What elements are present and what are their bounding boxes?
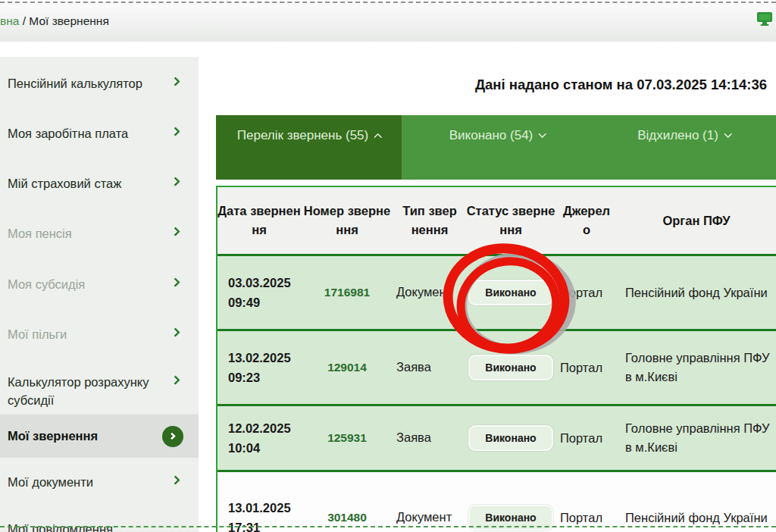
table-row: 13.02.2025 09:23 129014 Заява Виконано П… <box>217 331 776 404</box>
appeal-number-link[interactable]: 1716981 <box>324 286 370 299</box>
time-value: 17:31 <box>228 518 301 532</box>
cell-number: 301480 <box>301 481 393 532</box>
sidebar-item-label: Мій страховий стаж <box>8 175 121 193</box>
tab-label: Відхилено (1) <box>637 128 718 143</box>
appeal-number-link[interactable]: 125931 <box>327 431 367 445</box>
breadcrumb-separator: / <box>23 14 26 27</box>
sidebar-item-my-pension[interactable]: Моя пенсія <box>8 225 179 243</box>
chevron-right-icon <box>171 127 180 136</box>
page: вна / Мої звернення Пенсійний калькулято… <box>0 0 776 532</box>
sidebar-item-my-appeals[interactable]: Мої звернення <box>0 415 199 458</box>
tab-label: Виконано (54) <box>449 128 534 143</box>
col-header-date: Дата звернення <box>217 187 301 254</box>
sidebar-item-label: Мої пільги <box>8 326 67 344</box>
chevron-up-icon <box>374 133 382 141</box>
chevron-right-icon <box>171 177 180 186</box>
cell-source: Портал <box>555 256 618 329</box>
cell-source: Портал <box>555 481 618 532</box>
cell-organ: Головне управління ПФУ в м.Києві <box>618 406 775 470</box>
table-header-row: Дата звернення Номер звернення Тип зверн… <box>217 187 776 254</box>
tab-label: Перелік звернень (55) <box>237 128 368 143</box>
monitor-icon[interactable] <box>756 11 773 27</box>
table-section-gap <box>217 472 776 481</box>
table-row: 03.03.2025 09:49 1716981 Документ Викона… <box>217 256 776 329</box>
sidebar-item-subsidy-calculator[interactable]: Калькулятор розрахунку субсидії <box>8 374 179 410</box>
cell-date: 13.02.2025 09:23 <box>217 331 301 404</box>
cell-source: Портал <box>555 406 618 470</box>
chevron-right-icon <box>171 77 180 86</box>
sidebar-item-insurance-record[interactable]: Мій страховий стаж <box>8 175 179 193</box>
breadcrumb-user-link[interactable]: вна <box>0 14 19 27</box>
cell-number: 125931 <box>301 406 393 470</box>
sidebar-item-label: Мої документи <box>8 474 93 492</box>
data-timestamp: Дані надано станом на 07.03.2025 14:14:3… <box>475 77 767 93</box>
selection-dash-top <box>0 2 776 3</box>
cell-number: 129014 <box>301 331 393 404</box>
cell-type: Документ <box>393 481 466 532</box>
status-badge: Виконано <box>468 425 552 451</box>
table-row: 12.02.2025 10:04 125931 Заява Виконано П… <box>217 406 776 470</box>
cell-number: 1716981 <box>301 256 393 329</box>
col-header-organ: Орган ПФУ <box>618 187 775 254</box>
tab-appeals-list[interactable]: Перелік звернень (55) <box>216 115 402 180</box>
breadcrumb: вна / Мої звернення <box>0 14 109 28</box>
cell-status: Виконано <box>466 331 555 404</box>
appeal-number-link[interactable]: 301480 <box>327 511 367 524</box>
top-bar: вна / Мої звернення <box>0 0 776 42</box>
chevron-right-icon <box>171 475 180 485</box>
cell-type: Заява <box>393 331 466 404</box>
sidebar-item-label: Моя субсидія <box>8 276 85 294</box>
appeal-number-link[interactable]: 129014 <box>327 361 367 374</box>
cell-date: 12.02.2025 10:04 <box>217 406 301 470</box>
sidebar-item-label: Моя заробітна плата <box>8 125 128 143</box>
cell-status: Виконано <box>466 481 555 532</box>
chevron-right-circle-icon <box>162 426 183 447</box>
chevron-right-icon <box>171 227 180 236</box>
selection-dash-bottom <box>0 526 776 527</box>
time-value: 09:49 <box>228 293 301 312</box>
table-row: 13.01.2025 17:31 301480 Документ Виконан… <box>217 481 776 532</box>
date-value: 13.01.2025 <box>228 498 301 518</box>
sidebar-item-pension-calculator[interactable]: Пенсійний калькулятор <box>8 75 179 93</box>
date-value: 13.02.2025 <box>228 348 301 368</box>
sidebar-item-label: Калькулятор розрахунку субсидії <box>8 374 163 410</box>
cell-date: 03.03.2025 09:49 <box>217 256 301 329</box>
chevron-right-icon <box>171 375 180 385</box>
cell-organ: Пенсійний фонд України <box>618 481 775 532</box>
cell-organ: Пенсійний фонд України <box>618 256 775 329</box>
sidebar-item-my-salary[interactable]: Моя заробітна плата <box>8 125 179 143</box>
appeals-table: Дата звернення Номер звернення Тип зверн… <box>216 186 776 532</box>
col-header-status: Статус звернення <box>466 187 555 254</box>
sidebar-item-my-benefits[interactable]: Мої пільги <box>8 326 179 344</box>
sidebar-item-label: Мої звернення <box>8 429 98 443</box>
cell-type: Документ <box>393 256 466 329</box>
status-badge: Виконано <box>468 355 552 380</box>
tab-completed[interactable]: Виконано (54) <box>402 115 592 180</box>
content-header: Дані надано станом на 07.03.2025 14:14:3… <box>216 57 776 115</box>
tab-bar: Перелік звернень (55) Виконано (54) Відх… <box>216 115 776 180</box>
chevron-down-icon <box>538 130 546 138</box>
chevron-right-icon <box>171 327 180 337</box>
col-header-source: Джерело <box>555 187 618 254</box>
date-value: 03.03.2025 <box>228 273 301 293</box>
breadcrumb-current: Мої звернення <box>29 14 108 27</box>
col-header-number: Номер звернення <box>301 187 393 254</box>
sidebar: Пенсійний калькулятор Моя заробітна плат… <box>0 57 199 532</box>
tab-rejected[interactable]: Відхилено (1) <box>592 115 776 180</box>
cell-status: Виконано <box>466 256 555 329</box>
sidebar-item-my-subsidy[interactable]: Моя субсидія <box>8 276 179 294</box>
sidebar-item-label: Пенсійний калькулятор <box>8 75 142 93</box>
date-value: 12.02.2025 <box>228 418 301 438</box>
time-value: 10:04 <box>228 438 301 458</box>
cell-type: Заява <box>393 406 466 470</box>
chevron-down-icon <box>724 130 732 138</box>
sidebar-item-my-documents[interactable]: Мої документи <box>8 474 179 492</box>
cell-source: Портал <box>555 331 618 404</box>
cell-date: 13.01.2025 17:31 <box>217 481 301 532</box>
col-header-type: Тип звернення <box>393 187 466 254</box>
time-value: 09:23 <box>228 368 301 387</box>
cell-organ: Головне управління ПФУ в м.Києві <box>618 331 775 404</box>
chevron-right-icon <box>171 277 180 287</box>
cell-status: Виконано <box>466 406 555 470</box>
status-badge: Виконано <box>468 280 552 305</box>
